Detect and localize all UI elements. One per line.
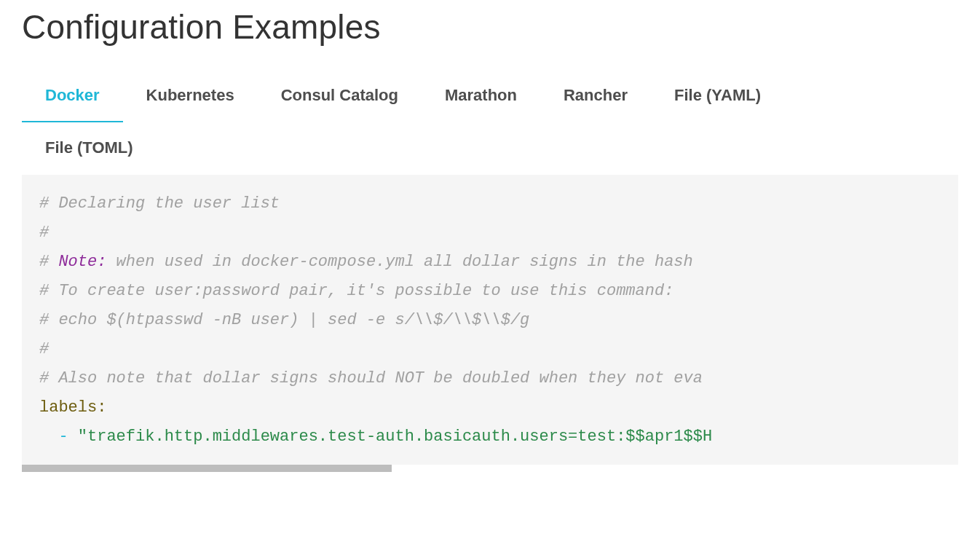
code-key: labels: xyxy=(39,398,106,417)
code-comment-note: Note: xyxy=(58,253,106,271)
code-dash: - xyxy=(58,428,68,446)
tabs-row-2: File (TOML) xyxy=(22,125,958,175)
code-comment: # Also note that dollar signs should NOT… xyxy=(39,369,703,387)
code-comment: when used in docker-compose.yml all doll… xyxy=(106,253,703,271)
tab-marathon[interactable]: Marathon xyxy=(422,73,540,122)
code-comment: # xyxy=(39,224,49,242)
page-root: Configuration Examples Docker Kubernetes… xyxy=(0,0,980,501)
tab-rancher[interactable]: Rancher xyxy=(540,73,651,122)
tab-kubernetes[interactable]: Kubernetes xyxy=(123,73,258,122)
code-comment: # xyxy=(39,253,58,271)
code-comment: # Declaring the user list xyxy=(39,194,280,213)
tab-consul[interactable]: Consul Catalog xyxy=(258,73,422,122)
tab-file-yaml[interactable]: File (YAML) xyxy=(651,73,784,122)
page-title: Configuration Examples xyxy=(22,7,958,47)
tabs-row-1: Docker Kubernetes Consul Catalog Maratho… xyxy=(22,73,958,122)
code-block[interactable]: # Declaring the user list # # Note: when… xyxy=(22,175,958,465)
code-string: "traefik.http.middlewares.test-auth.basi… xyxy=(78,428,712,446)
horizontal-scrollbar[interactable] xyxy=(22,465,392,472)
tab-docker[interactable]: Docker xyxy=(22,73,123,122)
code-comment: # To create user:password pair, it's pos… xyxy=(39,282,673,300)
code-comment: # xyxy=(39,340,49,358)
code-comment: # echo $(htpasswd -nB user) | sed -e s/\… xyxy=(39,311,529,329)
tab-file-toml[interactable]: File (TOML) xyxy=(22,125,157,175)
